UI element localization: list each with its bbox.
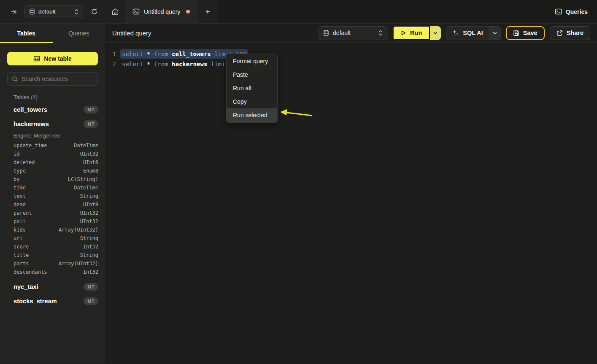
column-name: poll: [14, 218, 80, 224]
column-row: descendantsInt32: [0, 268, 105, 276]
column-name: id: [14, 151, 80, 157]
code-token: [207, 61, 211, 67]
search-input[interactable]: [22, 75, 93, 82]
table-row[interactable]: nyc_taxiMT: [0, 280, 105, 294]
column-row: timeDateTime: [0, 183, 105, 192]
code-token: [150, 61, 154, 67]
code-token: from: [154, 51, 168, 57]
table-name: hackernews: [14, 121, 84, 127]
tab-strip: Untitled query + Queries: [105, 0, 597, 23]
save-button[interactable]: Save: [506, 26, 545, 40]
search-box[interactable]: [7, 72, 98, 86]
new-tab-button[interactable]: +: [197, 0, 218, 23]
sql-ai-options-button[interactable]: [489, 27, 500, 40]
topbar-left: default: [0, 0, 105, 23]
refresh-button[interactable]: [89, 6, 100, 17]
main-row: Tables Queries New table Tables (4) cell…: [0, 24, 597, 364]
content: Untitled query default Run: [105, 24, 597, 364]
code-token: ·: [168, 51, 172, 57]
column-name: deleted: [14, 159, 83, 165]
column-type: LC(String): [68, 176, 98, 182]
arrow-to-bar-icon: [10, 8, 17, 15]
column-name: by: [14, 176, 68, 182]
sidebar-tab-queries[interactable]: Queries: [53, 24, 105, 43]
save-label: Save: [523, 30, 538, 36]
new-table-button[interactable]: New table: [7, 52, 98, 65]
chevron-down-icon: [493, 32, 497, 35]
new-table-label: New table: [44, 55, 71, 62]
engine-badge: MT: [84, 283, 98, 291]
queries-button[interactable]: Queries: [555, 8, 588, 15]
table-name: nyc_taxi: [14, 283, 84, 290]
save-icon: [513, 30, 519, 36]
menu-item-format-query[interactable]: Format query: [227, 54, 277, 68]
sql-ai-button[interactable]: SQL AI: [446, 27, 489, 40]
app-window: { "topbar": { "database_selector": { "va…: [0, 0, 597, 364]
column-name: url: [14, 235, 80, 241]
table-row[interactable]: hackernewsMT: [0, 117, 105, 131]
column-type: String: [80, 252, 98, 258]
column-row: kidsArray(UInt32): [0, 226, 105, 234]
sql-ai-label: SQL AI: [463, 30, 483, 36]
query-title: Untitled query: [112, 30, 151, 37]
column-type: DateTime: [74, 185, 98, 191]
share-label: Share: [567, 30, 583, 36]
column-row: urlString: [0, 234, 105, 243]
code-token: select: [122, 61, 143, 67]
table-name: stocks_stream: [14, 298, 84, 305]
column-name: text: [14, 193, 80, 199]
menu-item-run-selected[interactable]: Run selected: [227, 108, 277, 122]
column-row: deletedUInt8: [0, 158, 105, 167]
menu-item-paste[interactable]: Paste: [227, 68, 277, 81]
code-text: select * from hackernews limit: [122, 61, 229, 67]
column-row: titleString: [0, 251, 105, 259]
code-token: hackernews: [172, 61, 207, 67]
table-engine-label: Engine: MergeTree: [0, 131, 105, 141]
column-type: Int32: [83, 244, 98, 250]
column-type: Int32: [83, 269, 98, 275]
database-selector[interactable]: default: [24, 5, 83, 18]
column-row: scoreInt32: [0, 243, 105, 251]
table-row[interactable]: cell_towersMT: [0, 102, 105, 117]
line-number: 2: [105, 61, 122, 67]
engine-badge: MT: [84, 120, 98, 128]
tabs-group: Untitled query +: [105, 0, 218, 23]
database-icon: [29, 8, 35, 15]
column-type: UInt32: [80, 210, 98, 216]
unsaved-dot: [186, 10, 190, 13]
column-row: update_timeDateTime: [0, 141, 105, 150]
table-row[interactable]: stocks_streamMT: [0, 294, 105, 308]
menu-item-run-all[interactable]: Run all: [227, 81, 277, 95]
column-row: deadUInt8: [0, 200, 105, 209]
table-grid-icon: [33, 55, 40, 62]
home-button[interactable]: [105, 0, 125, 23]
tables-list: cell_towersMThackernewsMTEngine: MergeTr…: [0, 102, 105, 308]
column-name: parts: [14, 261, 59, 267]
run-options-button[interactable]: [430, 26, 441, 40]
sidebar-tab-tables[interactable]: Tables: [0, 24, 53, 43]
topbar-right: Queries: [555, 0, 597, 23]
code-token: [168, 61, 172, 67]
column-name: parent: [14, 210, 80, 216]
sql-editor[interactable]: 1select·*·from·cell_towers·limit·1002sel…: [105, 43, 597, 364]
column-type: UInt8: [83, 202, 98, 208]
editor-database-value: default: [333, 30, 375, 36]
tab-untitled-query[interactable]: Untitled query: [125, 0, 197, 23]
run-button[interactable]: Run: [393, 26, 430, 40]
column-type: String: [80, 235, 98, 241]
code-token: ·: [211, 51, 214, 57]
column-name: descendants: [14, 269, 83, 275]
menu-item-copy[interactable]: Copy: [227, 95, 277, 108]
editor-header: Untitled query default Run: [105, 24, 597, 43]
tab-label: Untitled query: [144, 8, 180, 15]
column-row: pollUInt32: [0, 217, 105, 226]
column-type: UInt8: [83, 159, 98, 165]
share-button[interactable]: Share: [550, 26, 590, 40]
collapse-sidebar-button[interactable]: [8, 7, 19, 17]
editor-context-menu: Format queryPasteRun allCopyRun selected: [226, 54, 278, 123]
column-type: Array(UInt32): [59, 261, 98, 267]
editor-database-selector[interactable]: default: [318, 26, 388, 40]
column-row: parentUInt32: [0, 209, 105, 217]
code-line: 1select·*·from·cell_towers·limit·100: [105, 49, 597, 59]
code-token: cell_towers: [172, 51, 211, 57]
